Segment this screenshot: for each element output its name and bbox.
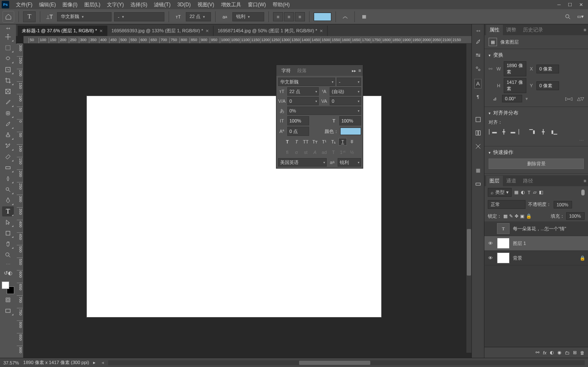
char-color-swatch[interactable] — [340, 128, 361, 135]
ligature-sigma-button[interactable]: σ — [292, 148, 301, 156]
doc-info[interactable]: 1890 像素 x 1417 像素 (300 ppi) — [23, 359, 89, 366]
layer-name[interactable]: 每一朵落花，...怎一个"情" — [513, 226, 585, 232]
eraser-tool[interactable] — [2, 152, 14, 162]
toolbar-more[interactable]: ⋯ — [6, 262, 10, 267]
flip-h-icon[interactable]: ▷◁ — [565, 96, 572, 102]
flip-v-icon[interactable]: △▽ — [577, 96, 584, 102]
frame-tool[interactable] — [2, 86, 14, 96]
heal-tool[interactable] — [2, 108, 14, 118]
horizontal-scrollbar[interactable] — [108, 360, 585, 365]
underline-button[interactable]: T — [338, 138, 347, 146]
panel-menu-icon[interactable]: ≡ — [584, 27, 586, 32]
height-input[interactable]: 1417 像素 — [504, 78, 526, 93]
filter-pixel-icon[interactable]: ▦ — [514, 190, 518, 195]
mask-icon[interactable]: ◐ — [550, 350, 554, 355]
menu-window[interactable]: 窗口(W) — [245, 1, 269, 8]
blur-tool[interactable] — [2, 174, 14, 184]
doc-tab-2[interactable]: 1695871454.jpg @ 50% (图层 1 拷贝, RGB/8#) *… — [213, 26, 328, 36]
gradient-tool[interactable] — [2, 163, 14, 173]
eyedropper-tool[interactable] — [2, 97, 14, 107]
crop-tool[interactable] — [2, 75, 14, 86]
layer-filter-type[interactable]: ⌕类型 ▾ — [488, 188, 512, 197]
character-tab[interactable]: 字符 — [278, 66, 294, 75]
char-antialias[interactable]: 锐利 — [338, 158, 361, 167]
char-baseline[interactable]: 0 点 — [287, 127, 309, 136]
adjustments-tab[interactable]: 调整 — [503, 25, 520, 35]
layer-thumbnail[interactable] — [497, 252, 510, 263]
align-bottom-icon[interactable]: ▮▁ — [550, 128, 558, 135]
quickmask-toggle[interactable] — [2, 295, 14, 305]
lasso-tool[interactable] — [2, 54, 14, 64]
opacity-input[interactable]: 100% — [554, 201, 572, 208]
char-font-style[interactable]: - — [337, 78, 361, 86]
ligature-fi-button[interactable]: fi — [283, 148, 291, 156]
paths-tab[interactable]: 路径 — [520, 176, 536, 186]
brush-panel-icon[interactable] — [475, 39, 481, 46]
panel-menu-icon[interactable]: ≡ — [359, 68, 361, 73]
quick-section-header[interactable]: 快速操作 — [489, 149, 584, 156]
remove-background-button[interactable]: 删除背景 — [489, 159, 584, 169]
menu-image[interactable]: 图像(I) — [59, 1, 81, 8]
canvas-background[interactable] — [23, 44, 471, 358]
doc-tab-1[interactable]: 1695869393.jpg @ 133% (图层 1, RGB/8#) *× — [107, 26, 213, 36]
layers-tab[interactable]: 图层 — [486, 176, 503, 186]
bold-button[interactable]: T — [283, 138, 291, 146]
char-hscale[interactable]: 100% — [339, 116, 361, 125]
new-layer-icon[interactable]: ⊞ — [573, 350, 577, 355]
align-section-header[interactable]: 对齐并分布 — [489, 109, 584, 117]
menu-select[interactable]: 选择(S) — [127, 1, 151, 8]
home-button[interactable] — [3, 11, 14, 23]
color-swatches[interactable] — [2, 281, 14, 294]
char-font-family[interactable]: 华文新魏 — [278, 78, 335, 86]
vertical-scrollbar[interactable] — [466, 44, 471, 353]
marquee-tool[interactable] — [2, 43, 14, 53]
angle-input[interactable]: 0.00° — [502, 95, 522, 102]
align-right-button[interactable]: ≡ — [295, 12, 305, 21]
paragraph-dock-icon[interactable]: ¶ — [477, 94, 479, 99]
delete-layer-icon[interactable]: 🗑 — [580, 350, 585, 355]
edit-toolbar-icon[interactable]: ↺◐ — [2, 268, 14, 278]
close-button[interactable]: ✕ — [575, 1, 586, 8]
group-icon[interactable]: 🗀 — [565, 350, 570, 355]
layer-thumbnail[interactable] — [497, 238, 510, 249]
transform-section-header[interactable]: 变换 — [489, 52, 584, 59]
tool-preset[interactable]: T — [23, 11, 36, 22]
pen-tool[interactable] — [2, 195, 14, 206]
adjustment-icon[interactable]: ◉ — [557, 350, 562, 355]
tab-close-icon[interactable]: × — [99, 28, 103, 34]
menu-3d[interactable]: 3D(D) — [174, 2, 194, 8]
properties-tab[interactable]: 属性 — [486, 25, 503, 35]
tab-close-icon[interactable]: × — [206, 28, 209, 34]
doc-info-arrow[interactable]: ▸ — [93, 360, 96, 365]
char-language[interactable]: 美国英语 — [278, 158, 327, 167]
font-family-dropdown[interactable]: 华文新魏 — [57, 12, 112, 21]
object-select-tool[interactable] — [2, 65, 14, 75]
x-input[interactable]: 0 像素 — [536, 65, 559, 73]
gradient-dock-icon[interactable] — [475, 181, 481, 188]
lock-pixel-icon[interactable]: ✎ — [509, 213, 513, 219]
align-more-icon[interactable]: ⋯ — [489, 138, 584, 143]
link-layers-icon[interactable]: ⚯ — [536, 350, 539, 355]
menu-filter[interactable]: 滤镜(T) — [151, 1, 174, 8]
fx-icon[interactable]: fx — [543, 350, 546, 355]
nav-left-icon[interactable]: ◂ — [101, 360, 104, 365]
menu-file[interactable]: 文件(F) — [13, 1, 36, 8]
menu-type[interactable]: 文字(Y) — [104, 1, 127, 8]
y-input[interactable]: 0 像素 — [536, 81, 559, 90]
menu-edit[interactable]: 编辑(E) — [36, 1, 59, 8]
filter-shape-icon[interactable]: ▱ — [533, 190, 536, 195]
align-center-button[interactable]: ≡ — [284, 12, 294, 21]
toolbar-collapse-icon[interactable]: ◂◂ — [6, 26, 10, 30]
filter-adjust-icon[interactable]: ◐ — [521, 190, 525, 195]
char-vscale[interactable]: 100% — [287, 116, 309, 125]
character-panel-toggle[interactable]: ▦ — [359, 12, 369, 22]
visibility-toggle[interactable]: 👁 — [487, 255, 494, 260]
libraries-icon[interactable] — [475, 116, 481, 124]
warp-text-button[interactable] — [340, 12, 350, 22]
tab-close-icon[interactable]: × — [320, 28, 323, 34]
blend-mode-dropdown[interactable]: 正常 — [488, 200, 526, 209]
text-orientation-toggle[interactable]: ⟂T — [44, 12, 55, 22]
character-dock-icon[interactable]: A — [474, 79, 481, 88]
char-tracking[interactable]: 0 — [330, 97, 361, 105]
subscript-button[interactable]: T₁ — [329, 138, 338, 146]
